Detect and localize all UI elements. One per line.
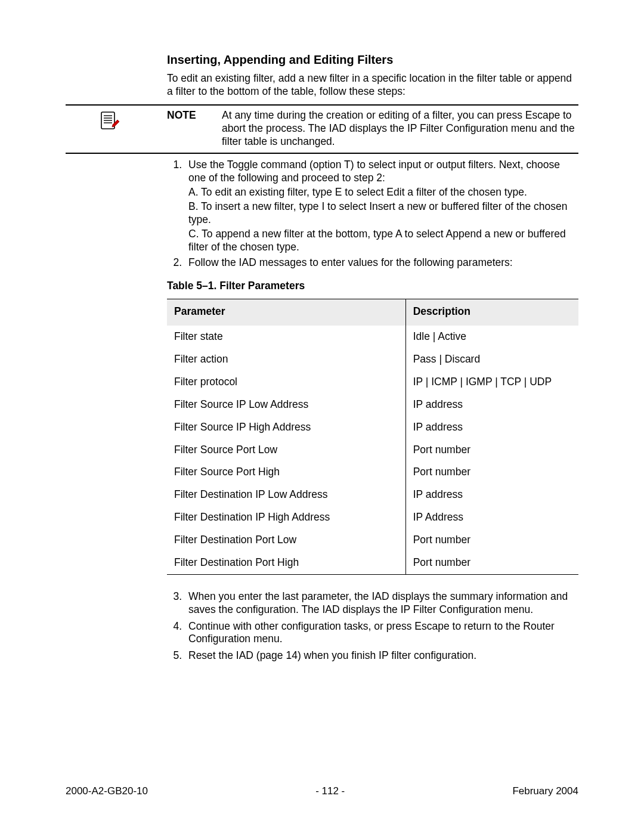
intro-paragraph: To edit an existing filter, add a new fi… (167, 72, 578, 98)
step-1a: A. To edit an existing filter, type E to… (188, 186, 578, 199)
step-1-lead: Use the Toggle command (option T) to sel… (188, 159, 560, 184)
steps-list-bottom: When you enter the last parameter, the I… (167, 590, 578, 662)
footer-date: February 2004 (512, 785, 578, 797)
step-2: Follow the IAD messages to enter values … (185, 256, 578, 270)
table-row: Filter Source Port HighPort number (167, 461, 578, 484)
footer-docid: 2000-A2-GB20-10 (66, 785, 148, 797)
note-text: At any time during the creation or editi… (222, 109, 578, 148)
description-cell: IP address (405, 484, 578, 506)
description-cell: IP | ICMP | IGMP | TCP | UDP (405, 371, 578, 394)
table-row: Filter Destination IP Low AddressIP addr… (167, 484, 578, 506)
step-1: Use the Toggle command (option T) to sel… (185, 159, 578, 253)
note-icon (98, 110, 120, 132)
description-cell: Idle | Active (405, 326, 578, 348)
description-cell: IP address (405, 416, 578, 439)
col-header-description: Description (405, 299, 578, 326)
parameter-cell: Filter protocol (167, 371, 405, 394)
description-cell: Pass | Discard (405, 348, 578, 371)
table-row: Filter Source IP High AddressIP address (167, 416, 578, 439)
filter-parameters-table: Parameter Description Filter stateIdle |… (167, 299, 578, 575)
parameter-cell: Filter Source Port High (167, 461, 405, 484)
content-column: Inserting, Appending and Editing Filters… (167, 52, 578, 662)
description-cell: Port number (405, 461, 578, 484)
table-row: Filter Destination Port LowPort number (167, 529, 578, 552)
step-3: When you enter the last parameter, the I… (185, 590, 578, 617)
parameter-cell: Filter Source IP High Address (167, 416, 405, 439)
table-row: Filter protocolIP | ICMP | IGMP | TCP | … (167, 371, 578, 394)
description-cell: IP address (405, 394, 578, 416)
parameter-cell: Filter Destination Port High (167, 552, 405, 574)
footer-page: - 112 - (315, 785, 345, 797)
step-1c: C. To append a new filter at the bottom,… (188, 228, 578, 254)
parameter-cell: Filter Destination IP Low Address (167, 484, 405, 506)
step-5: Reset the IAD (page 14) when you finish … (185, 649, 578, 662)
table-row: Filter actionPass | Discard (167, 348, 578, 371)
note-block: NOTE At any time during the creation or … (66, 104, 578, 154)
parameter-cell: Filter Source IP Low Address (167, 394, 405, 416)
page-footer: 2000-A2-GB20-10 - 112 - February 2004 (66, 785, 578, 797)
table-header-row: Parameter Description (167, 299, 578, 326)
step-1b: B. To insert a new filter, type I to sel… (188, 200, 578, 227)
description-cell: IP Address (405, 506, 578, 529)
steps-list-top: Use the Toggle command (option T) to sel… (167, 159, 578, 269)
table-caption: Table 5–1. Filter Parameters (167, 280, 578, 293)
parameter-cell: Filter action (167, 348, 405, 371)
description-cell: Port number (405, 552, 578, 574)
parameter-cell: Filter Destination Port Low (167, 529, 405, 552)
col-header-parameter: Parameter (167, 299, 405, 326)
note-label: NOTE (167, 109, 222, 148)
parameter-cell: Filter state (167, 326, 405, 348)
step-4: Continue with other configuration tasks,… (185, 620, 578, 646)
section-heading: Inserting, Appending and Editing Filters (167, 52, 578, 67)
description-cell: Port number (405, 529, 578, 552)
parameter-cell: Filter Destination IP High Address (167, 506, 405, 529)
table-row: Filter stateIdle | Active (167, 326, 578, 348)
table-row: Filter Source Port LowPort number (167, 439, 578, 462)
description-cell: Port number (405, 439, 578, 462)
parameter-cell: Filter Source Port Low (167, 439, 405, 462)
page: Inserting, Appending and Editing Filters… (0, 0, 644, 833)
table-row: Filter Destination IP High AddressIP Add… (167, 506, 578, 529)
table-row: Filter Destination Port HighPort number (167, 552, 578, 574)
table-row: Filter Source IP Low AddressIP address (167, 394, 578, 416)
